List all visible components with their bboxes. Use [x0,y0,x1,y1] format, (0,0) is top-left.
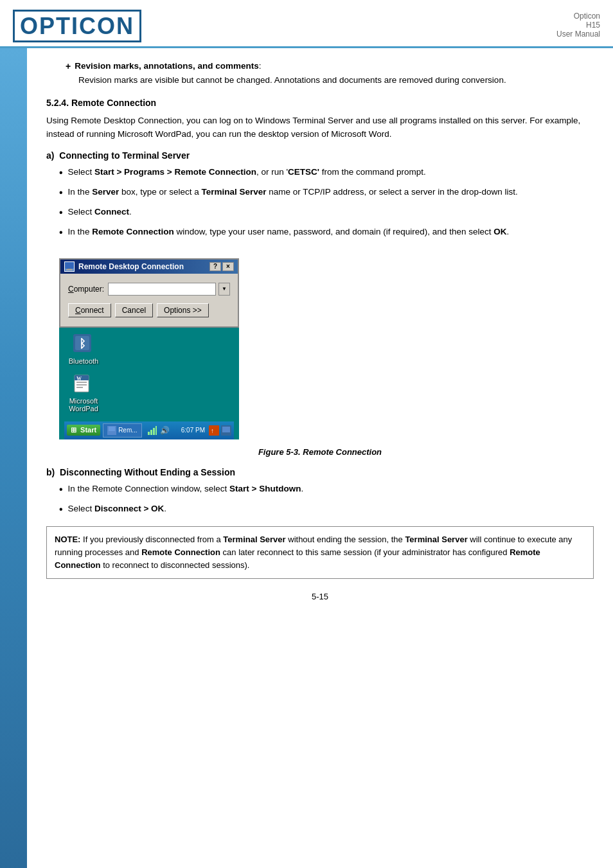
bullet-list-a: Select Start > Programs > Remote Connect… [46,166,594,240]
subsection-a-label: a) [46,150,54,161]
logo-area: OPTICON [13,6,141,46]
close-button[interactable]: × [222,262,234,271]
bullet-bold2: OK [493,227,506,236]
dialog-screenshot: Remote Desktop Connection ? × Computer: … [59,258,239,439]
note-text2: without ending the session, the [288,535,405,544]
computer-input[interactable] [108,283,216,296]
page-header: OPTICON Opticon H15 User Manual [0,0,613,48]
bluetooth-icon-image: ᛒ [73,334,94,355]
bullet-bold: Start > Programs > Remote Connection [94,167,256,177]
bullet-list-b: In the Remote Connection window, select … [46,483,594,517]
svg-rect-0 [65,262,74,269]
b-bullet2-bold: Disconnect > OK [94,504,164,513]
taskbar-item[interactable]: Rem... [103,423,141,438]
bullet-symbol: + [66,61,71,71]
subsection-a-title-text: Connecting to Terminal Server [59,150,190,161]
list-item: Select Connect. [59,206,594,220]
content-area: + Revision marks, annotations, and comme… [27,48,613,868]
subsection-a: a) Connecting to Terminal Server Select … [46,150,594,240]
svg-rect-1 [66,269,73,270]
header-info: Opticon H15 User Manual [556,6,600,39]
note-bold2: Terminal Server [405,535,467,544]
titlebar-left: Remote Desktop Connection [64,261,184,272]
start-flag-icon: ⊞ [71,426,76,434]
list-item: In the Remote Connection window, type yo… [59,226,594,240]
svg-rect-15 [150,430,152,435]
list-item: Select Start > Programs > Remote Connect… [59,166,594,181]
bullet-bold: Server [92,187,119,197]
list-item: In the Server box, type or select a Term… [59,186,594,200]
svg-rect-13 [109,427,115,431]
titlebar-buttons: ? × [209,262,234,271]
revision-subtext: Revision marks are visible but cannot be… [66,75,594,85]
bullet-text-before: In the [68,227,93,236]
time-display: 6:07 PM [181,427,205,434]
figure-caption: Figure 5-3. Remote Connection [46,447,594,457]
svg-text:W: W [76,376,82,382]
bullet-text-end: . [129,207,132,217]
section-number: 5.2.4. [46,98,69,108]
connect-button[interactable]: Connect [68,303,111,317]
computer-label-rest: omputer: [74,285,104,294]
b-bullet1-before: In the Remote Connection window, select [68,484,229,493]
bluetooth-label: Bluetooth [69,357,98,365]
help-button[interactable]: ? [209,262,221,271]
taskbar-icon2 [221,425,231,436]
manual-label: User Manual [556,30,600,39]
note-bold1: Terminal Server [223,535,285,544]
section-body: Using Remote Desktop Connection, you can… [46,114,594,141]
left-bar-decoration [0,48,27,868]
wordpad-icon-item: W MicrosoftWordPad [64,374,103,412]
bullet-text-after: box, type or select a [119,187,201,197]
start-button[interactable]: ⊞ Start [67,425,100,436]
page-number: 5-15 [46,592,594,608]
revision-note: + Revision marks, annotations, and comme… [46,61,594,85]
revision-text: Revision marks, annotations, and comment… [75,61,261,71]
bullet-text-end: . [506,227,509,236]
bullet-text-end: from the command prompt. [319,167,426,177]
note-text5: to reconnect to disconnected sessions). [103,560,249,570]
subsection-b-label: b) [46,467,55,477]
bullet-text-before: Select [68,207,94,217]
dialog-buttons-row: Connect Cancel Options >> [68,303,230,317]
bullet-bold: Connect [94,207,129,217]
note-label: NOTE: [55,535,80,544]
dropdown-button[interactable]: ▼ [218,283,230,296]
connect-underline: C [75,306,81,315]
wordpad-icon-image: W [73,374,94,394]
bullet-bold: Remote Connection [92,227,174,236]
options-button[interactable]: Options >> [157,303,209,317]
taskbar-time: 6:07 PM [181,427,205,434]
b-bullet2-before: Select [68,504,94,513]
note-box: NOTE: If you previously disconnected fro… [46,526,594,579]
cancel-button[interactable]: Cancel [115,303,153,317]
svg-rect-10 [76,387,83,388]
dialog-body: Computer: ▼ Connect Cancel Options >> [60,274,238,326]
bluetooth-icon-item: ᛒ Bluetooth [64,334,103,365]
revision-title: Revision marks, annotations, and comment… [75,61,259,71]
bullet-text-end: name or TCP/IP address, or select a serv… [267,187,518,197]
taskbar-right-icons: ↑ [209,425,231,436]
svg-rect-2 [67,269,71,269]
subsection-b-title: b) Disconnecting Without Ending a Sessio… [46,467,594,477]
note-text4: can later reconnect to this same session… [223,547,510,557]
computer-underline: C [68,285,74,294]
taskbar-item-label: Rem... [118,427,137,434]
note-bold3: Remote Connection [141,547,220,557]
product-name: Opticon [556,12,600,21]
network-icon [147,425,157,436]
bullet-text-before: In the [68,187,93,197]
svg-rect-21 [222,427,230,432]
bullet-text-before: Select [68,167,94,177]
dialog-title: Remote Desktop Connection [78,262,184,271]
bullet-bold2: Terminal Server [202,187,267,197]
model-name: H15 [556,21,600,30]
computer-label: Computer: [68,285,104,294]
subsection-a-title: a) Connecting to Terminal Server [46,150,594,161]
taskbar-icon1: ↑ [209,425,219,436]
colon: : [259,61,262,71]
page-body: + Revision marks, annotations, and comme… [0,48,613,868]
bullet-bold2: CETSC' [288,167,319,177]
computer-row: Computer: ▼ [68,283,230,296]
b-bullet2-end: . [164,504,166,513]
